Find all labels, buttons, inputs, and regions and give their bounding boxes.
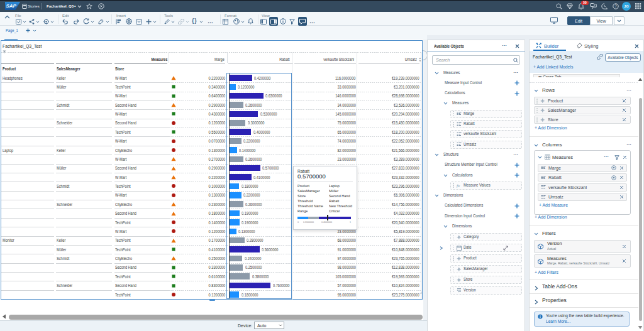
svg-text:?: ? xyxy=(614,4,617,8)
svg-text:fx: fx xyxy=(457,183,460,188)
